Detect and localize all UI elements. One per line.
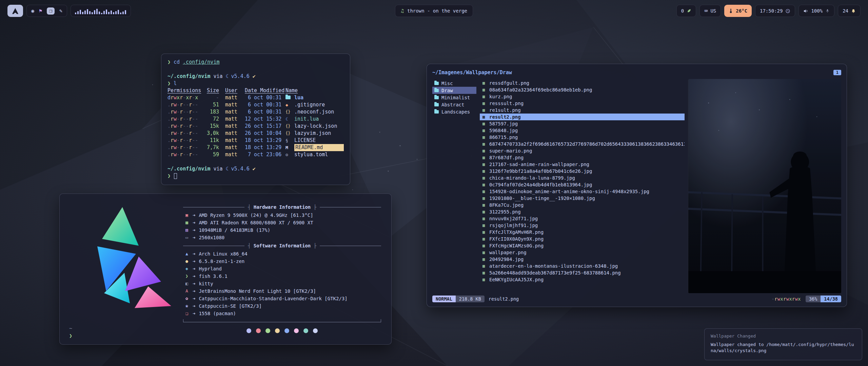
file-name: 08a634fa02a32364f69ebc86a98eb1eb.png: [489, 87, 592, 93]
clock-module[interactable]: 17:50:29: [755, 5, 795, 17]
file-item[interactable]: ▦08a634fa02a32364f69ebc86a98eb1eb.png: [480, 86, 685, 93]
file-item[interactable]: ▦FXfcHgcWIAMzs0G.png: [480, 242, 685, 249]
file-item[interactable]: ▦wallpaper.png: [480, 249, 685, 256]
file-item[interactable]: ▦20492984.jpg: [480, 256, 685, 263]
launcher-button[interactable]: [7, 5, 23, 17]
image-file-icon: ▦: [482, 223, 489, 228]
image-file-icon: ▦: [482, 148, 489, 153]
file-item[interactable]: ▦FXfcJlTXgAMvH6R.png: [480, 229, 685, 236]
file-row: .rw-r--r--72matt12 oct 15:32☾init.lua: [167, 116, 344, 123]
sidebar-folder-misc[interactable]: Misc: [432, 80, 476, 87]
file-item[interactable]: ▦68747470733a2f2f696d616765732d7769786d7…: [480, 141, 685, 147]
sidebar-folder-landscapes[interactable]: Landscapes: [432, 108, 476, 115]
memory-icon: ▤: [183, 226, 191, 234]
file-item[interactable]: ▦0c794faf07de24a4db4d4fb1eb813964.jpg: [480, 181, 685, 188]
palette-dot: [246, 328, 251, 333]
file-size: 7,7k: [203, 144, 219, 151]
file-item[interactable]: ▦FXfcII0X0AQyn9X.png: [480, 236, 685, 242]
fetch-line: ▣➜AMD Ryzen 9 5900X (24) @ 4.9GHz [61.3°…: [183, 211, 381, 219]
file-item[interactable]: ▦3122955.png: [480, 208, 685, 215]
color-palette: [183, 328, 381, 333]
gpu-icon: ▦: [183, 219, 191, 226]
file-size: 3,0k: [203, 130, 219, 137]
prompt-icon[interactable]: ❯: [69, 332, 72, 340]
image-file-icon: ▦: [482, 189, 489, 194]
image-file-icon: ▦: [482, 81, 489, 85]
flag-icon[interactable]: ⚑: [39, 8, 42, 14]
file-item[interactable]: ▦rsjqojlmjhf91.jpg: [480, 222, 685, 229]
file-item[interactable]: ▦result2.png: [480, 114, 685, 120]
file-item[interactable]: ▦EeNKYgIUcAAJ5JX.png: [480, 276, 685, 283]
file-item[interactable]: ▦atardecer-en-la-montanas-ilustracion-63…: [480, 263, 685, 269]
file-item[interactable]: ▦154928-odinokoe_anime-art-anime-okno-si…: [480, 188, 685, 195]
image-file-icon: ▦: [482, 162, 489, 167]
folder-name: Abstract: [441, 102, 464, 107]
keyboard-layout-module[interactable]: ⌨ US: [699, 5, 721, 17]
fetch-prompt: ~ ❯: [69, 325, 72, 340]
divider: [320, 246, 381, 246]
dock: ◉⚑❒✎: [26, 5, 67, 17]
hardware-info-lines: ▣➜AMD Ryzen 9 5900X (24) @ 4.9GHz [61.3°…: [183, 211, 381, 241]
terminal-prompt-line[interactable]: ❯: [167, 172, 344, 180]
file-item[interactable]: ▦super-mario.png: [480, 147, 685, 154]
folder-icon: [434, 103, 439, 106]
file-size: 51: [203, 101, 219, 108]
sidebar-folder-draw[interactable]: Draw: [432, 87, 476, 94]
volume-module[interactable]: 100%: [798, 5, 834, 17]
terminal-command-line: ❯l: [167, 80, 344, 87]
file-date: 26 oct 15:17: [245, 123, 285, 130]
file-item[interactable]: ▦587597.jpg: [480, 120, 685, 127]
file-size: 183: [203, 108, 219, 116]
file-item[interactable]: ▦8FKa7Cu.jpeg: [480, 202, 685, 208]
notifications-module[interactable]: 24: [838, 5, 861, 17]
temperature-module[interactable]: 26°C: [724, 5, 752, 17]
command-argument: .config/nvim: [183, 59, 219, 66]
gallery-icon[interactable]: ❒: [47, 7, 55, 15]
file-item[interactable]: ▦217167-sad-anime-rain-wallpaper.png: [480, 161, 685, 168]
file-item[interactable]: ▦596848.jpg: [480, 127, 685, 134]
file-item[interactable]: ▦resssult.png: [480, 100, 685, 107]
file-permissions: drwxr-xr-x: [167, 94, 203, 101]
speaker-icon: [803, 8, 808, 14]
viz-bar: [94, 10, 95, 14]
shell-status-line: ~/.config/nvimvia☾v5.4.6✔: [167, 165, 344, 172]
media-widget[interactable]: ♫ thrown - on the verge: [395, 5, 473, 17]
breadcrumb: ~/Imagenes/Wallpapers/Draw: [432, 69, 512, 76]
fetch-terminal-window[interactable]: Hardware Information ▣➜AMD Ryzen 9 5900X…: [59, 194, 392, 345]
preview-image: [688, 79, 841, 293]
sidebar-folder-abstract[interactable]: Abstract: [432, 101, 476, 108]
browser-icon[interactable]: ◉: [31, 8, 34, 14]
file-name: atardecer-en-la-montanas-ilustracion-634…: [489, 263, 618, 269]
parent-folder-list: MiscDrawMinimalistAbstractLandscapes: [432, 79, 476, 293]
file-name: FXfcJlTXgAMvH6R.png: [489, 229, 544, 235]
pen-icon[interactable]: ✎: [59, 8, 62, 14]
file-item[interactable]: ▦5a266e448add93deab367d87173e9f25-683788…: [480, 269, 685, 276]
file-list: ▦ressdfgult.png▦08a634fa02a32364f69ebc86…: [480, 79, 685, 293]
blank-line: [167, 158, 344, 165]
file-item[interactable]: ▦chica-mirando-la-luna-8799.jpg: [480, 175, 685, 181]
lua-version: v5.4.6: [231, 165, 250, 172]
file-item[interactable]: ▦ressdfgult.png: [480, 80, 685, 86]
folder-name: Misc: [441, 81, 453, 86]
sidebar-folder-minimalist[interactable]: Minimalist: [432, 94, 476, 101]
updates-module[interactable]: 0: [676, 5, 696, 17]
file-item[interactable]: ▦3126f7e9bbf21a8a4af0b67b041c6e26.jpg: [480, 168, 685, 175]
file-item[interactable]: ▦19201080-__blue-tinge__-1920×1080.jpg: [480, 195, 685, 202]
terminal-command-line: ❯cd.config/nvim: [167, 59, 344, 66]
file-date: 6 oct 00:31: [245, 108, 285, 116]
tab-indicator[interactable]: 1: [833, 70, 841, 75]
file-name: nnvuv0xj2df71.jpg: [489, 216, 538, 221]
shell-status-line: ~/.config/nvimvia☾v5.4.6✔: [167, 73, 344, 80]
json-icon: {}: [285, 130, 294, 137]
file-item[interactable]: ▦re1sult.png: [480, 107, 685, 114]
image-preview: [688, 79, 841, 293]
file-item[interactable]: ▦kurz.png: [480, 93, 685, 100]
file-permissions: .rw-r--r--: [167, 137, 203, 144]
notification-popup[interactable]: Wallpaper Changed Wallpaper changed to /…: [704, 328, 862, 360]
file-item[interactable]: ▦866715.png: [480, 134, 685, 141]
file-row: .rw-r--r--15kmatt26 oct 15:17{}lazy-lock…: [167, 123, 344, 130]
file-item[interactable]: ▦nnvuv0xj2df71.jpg: [480, 215, 685, 222]
divider: [320, 207, 381, 207]
terminal-window[interactable]: ❯cd.config/nvim ~/.config/nvimvia☾v5.4.6…: [161, 54, 350, 185]
file-item[interactable]: ▦87r687df.png: [480, 154, 685, 161]
